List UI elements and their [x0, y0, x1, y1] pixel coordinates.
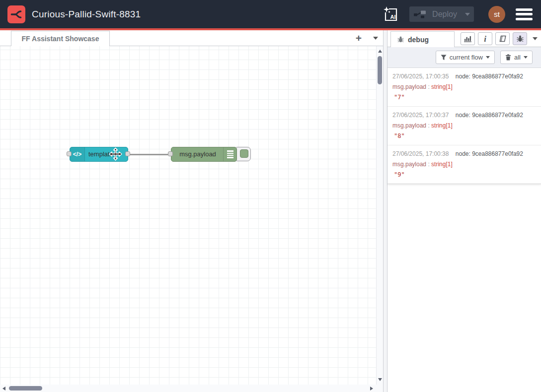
message-value: "7"	[392, 94, 536, 101]
flow-tab-strip: FF Assistant Showcase +	[0, 30, 383, 46]
sidebar-tabs-dropdown-button[interactable]	[533, 37, 538, 40]
code-brackets-icon: </>	[70, 147, 85, 161]
clear-button-label: all	[514, 54, 521, 61]
flow-list-dropdown-button[interactable]	[369, 30, 383, 46]
node-red-editor: Curious-Pallid-Swift-8831 AI Deploy st	[0, 0, 541, 392]
chevron-down-icon	[486, 56, 490, 59]
sidebar-tab-label: debug	[408, 36, 429, 44]
message-value: "9"	[392, 171, 536, 178]
debug-message-list: 27/06/2025, 17:00:35 node: 9cea886877e0f…	[387, 68, 541, 184]
sparkle-ai-icon: AI	[383, 6, 399, 23]
hamburger-icon	[516, 13, 533, 15]
scroll-right-arrow[interactable]	[370, 387, 373, 391]
message-separator: :	[426, 122, 431, 129]
chevron-down-icon	[524, 56, 528, 59]
sidebar-button-dashboard[interactable]	[461, 32, 475, 45]
plus-icon: +	[356, 32, 362, 44]
debug-sidebar: debug i	[387, 30, 541, 392]
deploy-nodes-icon	[413, 10, 426, 19]
horizontal-scroll-thumb[interactable]	[9, 386, 42, 391]
canvas-horizontal-scrollbar[interactable]	[0, 385, 383, 392]
scroll-down-arrow[interactable]	[378, 378, 382, 381]
deploy-options-caret[interactable]	[465, 13, 470, 16]
sidebar-button-info[interactable]: i	[478, 32, 492, 45]
chevron-down-icon	[373, 37, 378, 40]
message-type: string[1]	[431, 83, 453, 90]
message-node-id: node: 9cea886877e0fa92	[456, 112, 523, 119]
debug-filter-button[interactable]: current flow	[436, 51, 495, 64]
bug-icon	[517, 35, 524, 42]
filter-button-label: current flow	[450, 54, 483, 61]
hamburger-icon	[516, 8, 533, 11]
message-type: string[1]	[431, 161, 453, 168]
flow-tab-active[interactable]: FF Assistant Showcase	[11, 31, 110, 46]
code-glyph: </>	[73, 151, 81, 158]
flowfuse-logo-icon[interactable]	[7, 5, 25, 23]
message-property: msg.payload	[392, 161, 426, 168]
message-value: "8"	[392, 132, 536, 139]
bar-chart-icon	[464, 35, 471, 42]
page-title: Curious-Pallid-Swift-8831	[32, 9, 141, 20]
message-timestamp: 27/06/2025, 17:00:37	[392, 112, 449, 119]
message-property: msg.payload	[392, 83, 426, 90]
wire-template-to-debug[interactable]	[128, 154, 171, 155]
sidebar-tab-buttons: i	[461, 32, 538, 45]
hamburger-icon	[516, 18, 533, 20]
debug-message[interactable]: 27/06/2025, 17:00:38 node: 9cea886877e0f…	[387, 145, 541, 184]
debug-clear-button[interactable]: all	[500, 51, 533, 64]
template-node-input-port[interactable]	[67, 151, 72, 156]
message-separator: :	[426, 161, 431, 168]
sidebar-splitter[interactable]	[383, 30, 387, 392]
message-node-id: node: 9cea886877e0fa92	[456, 150, 523, 157]
main-menu-button[interactable]	[516, 8, 533, 20]
template-node-label: template	[88, 147, 113, 161]
debug-node-input-port[interactable]	[168, 151, 173, 156]
sidebar-tab-debug[interactable]: debug	[390, 31, 455, 47]
flow-canvas[interactable]: </> template msg.payload	[0, 46, 376, 385]
message-timestamp: 27/06/2025, 17:00:35	[392, 73, 449, 80]
header-bar: Curious-Pallid-Swift-8831 AI Deploy st	[0, 0, 541, 28]
debug-node-label: msg.payload	[171, 147, 224, 161]
vertical-scroll-thumb[interactable]	[378, 56, 382, 84]
message-node-id: node: 9cea886877e0fa92	[456, 73, 523, 80]
template-node-output-port[interactable]	[125, 151, 130, 156]
svg-text:AI: AI	[390, 14, 396, 20]
info-icon: i	[484, 35, 486, 43]
deploy-button[interactable]: Deploy	[409, 6, 474, 22]
sidebar-button-help[interactable]	[495, 32, 510, 45]
scroll-up-arrow[interactable]	[378, 50, 382, 53]
user-avatar[interactable]: st	[488, 6, 505, 23]
sidebar-button-debug[interactable]	[513, 32, 527, 45]
debug-toolbar: current flow all	[387, 47, 541, 68]
bug-icon	[397, 36, 404, 43]
debug-message[interactable]: 27/06/2025, 17:00:37 node: 9cea886877e0f…	[387, 107, 541, 145]
book-icon	[499, 35, 507, 42]
trash-icon	[505, 54, 511, 61]
add-flow-button[interactable]: +	[350, 30, 368, 46]
message-type: string[1]	[431, 122, 453, 129]
message-separator: :	[426, 83, 431, 90]
message-timestamp: 27/06/2025, 17:00:38	[392, 150, 449, 157]
debug-node[interactable]: msg.payload	[171, 147, 237, 162]
canvas-vertical-scrollbar[interactable]	[376, 46, 383, 385]
deploy-button-label: Deploy	[432, 10, 457, 19]
branch-glyph	[9, 7, 23, 21]
list-lines-icon	[223, 147, 236, 161]
flow-tab-label: FF Assistant Showcase	[22, 35, 99, 43]
message-property: msg.payload	[392, 122, 426, 129]
debug-message[interactable]: 27/06/2025, 17:00:35 node: 9cea886877e0f…	[387, 68, 541, 107]
funnel-icon	[441, 55, 447, 61]
scroll-left-arrow[interactable]	[2, 387, 5, 391]
toggle-indicator	[240, 149, 248, 158]
template-node[interactable]: </> template	[70, 147, 128, 162]
sidebar-tab-row: debug i	[387, 30, 541, 47]
avatar-initials: st	[494, 10, 500, 18]
ai-assistant-button[interactable]: AI	[382, 5, 400, 23]
